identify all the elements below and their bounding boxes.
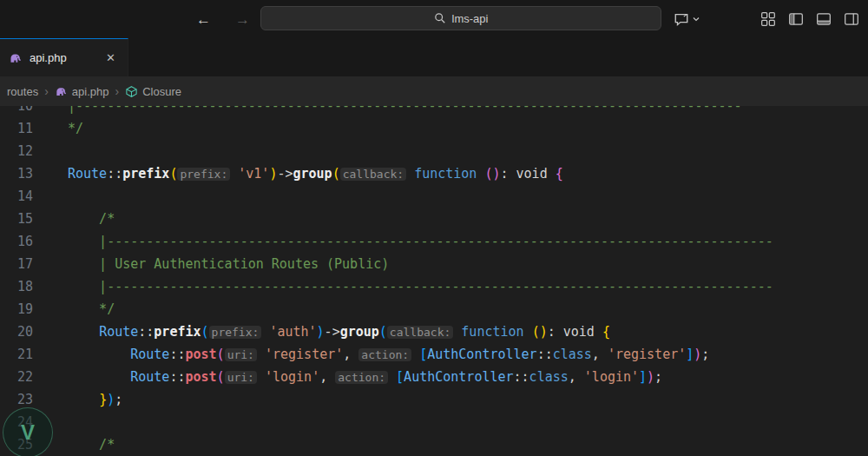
toggle-secondary-sidebar-icon[interactable] [844,11,859,27]
line-number: 15 [0,208,40,230]
code-line: 19 */ [0,298,868,321]
chevron-right-icon: › [44,84,49,98]
line-number: 17 [0,253,40,275]
code-line: 15 /* [0,208,868,230]
nav-arrows: ← → [193,0,253,38]
search-icon [434,12,446,24]
line-number: 16 [0,230,40,253]
tab-label: api.php [30,51,67,64]
code-text: /* [40,208,115,230]
line-number: 21 [0,343,40,366]
code-text: Route::post(uri: 'login', action: [AuthC… [40,366,662,388]
code-text: }); [40,388,122,411]
code-text: Route::prefix(prefix: 'v1')->group(callb… [40,162,563,185]
code-line: 13Route::prefix(prefix: 'v1')->group(cal… [0,162,868,185]
code-text: */ [40,298,115,321]
line-number: 25 [0,433,40,456]
code-editor[interactable]: 10|-------------------------------------… [0,106,868,456]
breadcrumb-label: routes [7,85,38,98]
code-line: 10|-------------------------------------… [0,106,868,117]
breadcrumb-item-api-php[interactable]: api.php [55,85,109,98]
code-line: 17 | User Authentication Routes (Public) [0,253,868,275]
tab-api-php[interactable]: api.php ✕ [0,38,128,76]
layout-controls [760,0,859,38]
breadcrumb: routes › api.php › Closure [0,76,868,106]
code-text: Route::prefix(prefix: 'auth')->group(cal… [40,321,610,343]
code-line: 18 |------------------------------------… [0,275,868,298]
chat-button[interactable] [674,0,700,38]
line-number: 14 [0,185,40,208]
breadcrumb-item-routes[interactable]: routes [7,85,38,98]
code-line: 23 }); [0,388,868,411]
tab-bar: api.php ✕ [0,38,868,76]
command-center-search[interactable]: lms-api [260,6,661,30]
code-text [40,140,68,162]
line-number: 10 [0,106,40,117]
line-number: 18 [0,275,40,298]
back-button[interactable]: ← [193,10,214,29]
forward-button[interactable]: → [232,10,253,29]
toggle-panel-icon[interactable] [816,11,832,27]
line-number: 22 [0,366,40,388]
close-icon[interactable]: ✕ [102,50,119,66]
chevron-down-icon [692,15,700,23]
php-elephant-icon [9,51,23,65]
code-line: 21 Route::post(uri: 'register', action: … [0,343,868,366]
code-line: 12 [0,140,868,162]
toggle-sidebar-icon[interactable] [788,11,804,27]
php-elephant-icon [55,85,68,98]
line-number: 24 [0,411,40,433]
code-text: /* [40,433,115,456]
breadcrumb-item-closure[interactable]: Closure [125,85,181,98]
chat-icon [674,11,689,27]
customize-layout-icon[interactable] [760,11,776,27]
line-number: 13 [0,162,40,185]
line-number: 20 [0,321,40,343]
line-number: 19 [0,298,40,321]
code-text: |---------------------------------------… [40,230,773,253]
code-text: | User Authentication Routes (Public) [40,253,389,275]
code-text: Route::post(uri: 'register', action: [Au… [40,343,709,366]
code-line: 22 Route::post(uri: 'login', action: [Au… [0,366,868,388]
title-bar: ← → lms-api [0,0,868,38]
breadcrumb-label: api.php [72,85,109,98]
code-text: */ [40,117,83,140]
code-text: |---------------------------------------… [40,106,742,117]
code-line: 24 [0,411,868,433]
code-line: 11*/ [0,117,868,140]
search-value: lms-api [452,12,489,25]
code-line: 14 [0,185,868,208]
line-number: 12 [0,140,40,162]
code-lines: 10|-------------------------------------… [0,106,868,456]
code-line: 20 Route::prefix(prefix: 'auth')->group(… [0,321,868,343]
chevron-right-icon: › [115,84,119,98]
line-number: 23 [0,388,40,411]
code-text [40,185,68,208]
line-number: 11 [0,117,40,140]
code-text [40,411,68,433]
code-text: |---------------------------------------… [40,275,773,298]
code-line: 16 |------------------------------------… [0,230,868,253]
code-line: 25 /* [0,433,868,456]
breadcrumb-label: Closure [142,85,181,98]
symbol-cube-icon [125,85,138,98]
